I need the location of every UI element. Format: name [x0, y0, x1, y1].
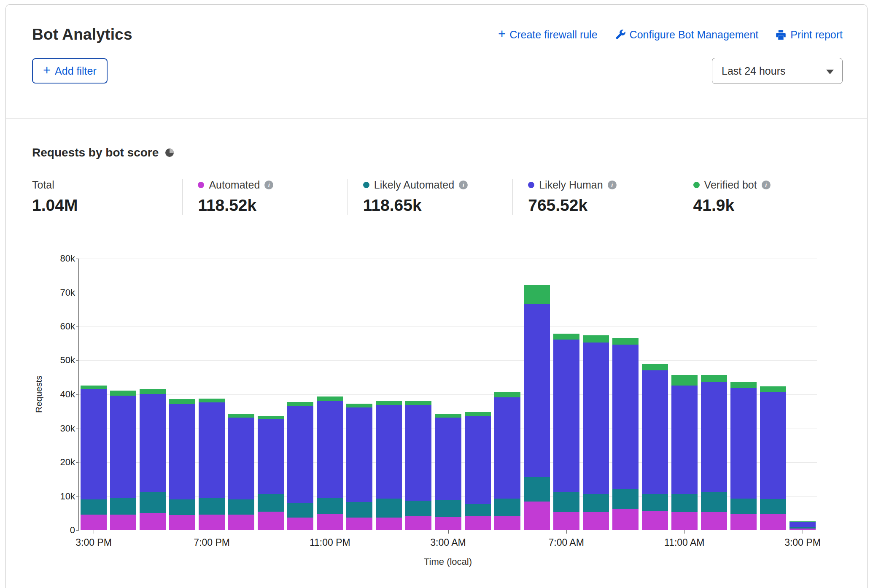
bar-segment-likely-automated	[405, 501, 431, 516]
bar-segment-likely-automated	[760, 499, 786, 514]
y-tick-label: 60k	[32, 321, 75, 332]
gridline	[79, 259, 817, 259]
x-axis-title: Time (local)	[79, 556, 817, 567]
gridline	[79, 293, 817, 293]
bar-segment-likely-automated	[730, 499, 757, 514]
automated-dot-icon	[198, 182, 204, 188]
bar-segment-automated	[494, 516, 520, 530]
info-icon[interactable]: i	[264, 181, 273, 189]
bar-segment-verified-bot	[405, 401, 431, 405]
bar-stack[interactable]	[376, 401, 402, 530]
bar-stack[interactable]	[701, 375, 727, 530]
bar-stack[interactable]	[789, 521, 816, 530]
y-tick-mark	[76, 530, 79, 531]
bar-segment-likely-human	[81, 389, 107, 499]
bar-stack[interactable]	[465, 412, 491, 530]
requests-by-bot-score-section: Requests by bot score Total 1.04M Automa…	[6, 119, 867, 583]
bar-stack[interactable]	[642, 364, 668, 530]
bar-segment-likely-human	[405, 405, 431, 501]
configure-bot-management-link[interactable]: Configure Bot Management	[614, 29, 759, 41]
bar-stack[interactable]	[553, 334, 579, 530]
chevron-down-icon	[826, 70, 834, 74]
bar-segment-verified-bot	[465, 412, 491, 416]
bar-stack[interactable]	[258, 416, 284, 530]
bar-stack[interactable]	[583, 335, 609, 530]
bar-stack[interactable]	[199, 399, 225, 530]
x-tick-mark	[684, 530, 685, 534]
bar-segment-automated	[140, 513, 166, 530]
bar-segment-verified-bot	[140, 389, 166, 394]
bar-segment-automated	[346, 518, 372, 530]
x-tick-label: 7:00 AM	[535, 537, 598, 548]
y-tick-mark	[76, 429, 79, 429]
bar-segment-verified-bot	[258, 416, 284, 419]
bar-segment-likely-human	[524, 304, 550, 477]
y-tick-label: 20k	[32, 457, 75, 468]
bar-stack[interactable]	[671, 375, 698, 530]
bar-segment-likely-human	[642, 370, 668, 494]
info-icon[interactable]: i	[459, 181, 468, 189]
bar-segment-automated	[465, 516, 491, 530]
x-tick-mark	[94, 530, 94, 534]
gridline	[79, 360, 817, 361]
bar-stack[interactable]	[435, 414, 461, 530]
bar-segment-verified-bot	[642, 364, 668, 370]
stat-likely-automated-value: 118.65k	[363, 196, 512, 215]
x-tick-label: 3:00 PM	[62, 537, 125, 548]
stat-verified-bot-label: Verified bot	[704, 179, 757, 191]
bar-segment-likely-human	[671, 386, 698, 494]
bar-stack[interactable]	[317, 396, 343, 530]
bar-stack[interactable]	[169, 399, 195, 530]
x-tick-label: 3:00 PM	[771, 537, 834, 548]
bar-stack[interactable]	[524, 285, 550, 530]
stats-row: Total 1.04M Automated i 118.52k Likely A…	[32, 179, 843, 215]
bar-segment-automated	[524, 502, 550, 530]
bar-stack[interactable]	[110, 391, 136, 530]
bar-segment-likely-automated	[110, 498, 136, 515]
chart-plot-area: Time (local) 3:00 PM7:00 PM11:00 PM3:00 …	[78, 259, 817, 530]
bar-stack[interactable]	[346, 404, 372, 530]
bar-segment-verified-bot	[730, 382, 757, 388]
time-range-select[interactable]: Last 24 hours	[712, 58, 843, 84]
bar-stack[interactable]	[494, 392, 520, 530]
y-tick-label: 30k	[32, 423, 75, 434]
x-tick-label: 7:00 PM	[180, 537, 243, 548]
stat-likely-human-label: Likely Human	[539, 179, 603, 191]
bar-segment-likely-human	[789, 522, 816, 527]
bar-stack[interactable]	[140, 389, 166, 530]
bar-stack[interactable]	[405, 401, 431, 530]
bar-stack[interactable]	[287, 402, 313, 530]
bar-segment-likely-human	[760, 392, 786, 499]
add-filter-button[interactable]: + Add filter	[32, 58, 108, 84]
stat-automated-value: 118.52k	[198, 196, 347, 215]
create-firewall-rule-link[interactable]: + Create firewall rule	[498, 28, 598, 41]
bar-segment-automated	[612, 509, 639, 530]
bar-segment-likely-human	[435, 418, 461, 500]
bar-segment-automated	[760, 514, 786, 530]
bar-segment-likely-human	[228, 418, 254, 499]
bar-segment-automated	[317, 514, 343, 530]
bar-stack[interactable]	[730, 382, 757, 530]
bar-segment-verified-bot	[612, 338, 639, 345]
bar-segment-automated	[789, 529, 816, 530]
bar-segment-verified-bot	[435, 414, 461, 418]
bar-stack[interactable]	[612, 338, 639, 530]
info-icon[interactable]: i	[762, 181, 771, 189]
bar-segment-automated	[376, 518, 402, 530]
bar-segment-likely-automated	[228, 499, 254, 515]
bar-stack[interactable]	[81, 386, 107, 530]
verified-bot-dot-icon	[693, 182, 700, 188]
bar-segment-automated	[287, 518, 313, 530]
stat-likely-automated-label: Likely Automated	[374, 179, 454, 191]
x-tick-label: 11:00 PM	[298, 537, 361, 548]
info-icon[interactable]: i	[608, 181, 617, 189]
bar-segment-likely-human	[701, 382, 727, 492]
time-range-value: Last 24 hours	[722, 65, 786, 77]
print-report-link[interactable]: Print report	[775, 29, 843, 41]
bar-segment-verified-bot	[553, 334, 579, 340]
bar-segment-likely-automated	[287, 503, 313, 518]
x-tick-mark	[212, 530, 212, 534]
bar-stack[interactable]	[228, 414, 254, 530]
bar-stack[interactable]	[760, 386, 786, 530]
bar-segment-verified-bot	[169, 399, 195, 404]
